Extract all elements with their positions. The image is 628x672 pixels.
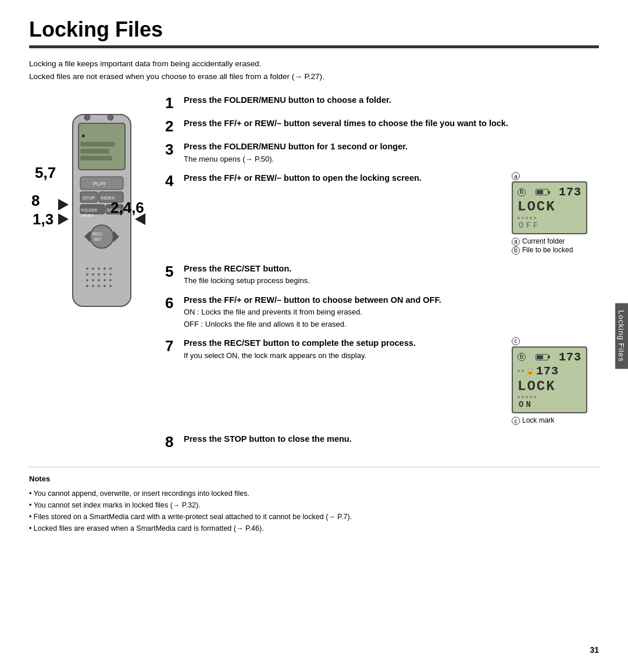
svg-point-29: [98, 273, 100, 276]
step-6-number: 6: [165, 294, 184, 310]
step-2: 2 Press the FF/+ or REW/– button several…: [165, 117, 599, 134]
svg-point-34: [98, 279, 100, 281]
lcd-number-off: 173: [559, 185, 581, 199]
side-tab: Locking Files: [615, 303, 628, 369]
title-underline: [29, 45, 599, 48]
note-item-4: Locked files are erased when a SmartMedi…: [29, 523, 599, 534]
arrow-label-246: 2,4,6: [110, 199, 144, 217]
lcd-top-row-on: b 173: [518, 351, 581, 364]
step-3-body: Press the FOLDER/MENU button for 1 secon…: [184, 141, 599, 165]
step-8-body: Press the STOP button to close the menu.: [184, 433, 599, 446]
on-text: ON : Locks the file and prevents it from…: [184, 308, 362, 316]
label-b-text: b File to be locked: [512, 246, 599, 255]
svg-text:●: ●: [81, 133, 85, 140]
step-4-body: Press the FF/+ or REW/– button to open t…: [184, 172, 504, 185]
step-4-number: 4: [165, 172, 184, 188]
step-4-area: 4 Press the FF/+ or REW/– button to open…: [165, 172, 599, 254]
svg-point-35: [104, 279, 106, 281]
lcd-number-on: 173: [559, 351, 581, 364]
svg-point-17: [90, 225, 113, 248]
label-a-circle-below: a: [512, 238, 520, 246]
step-1-body: Press the FOLDER/MENU button to choose a…: [184, 94, 599, 107]
step-7-body: Press the REC/SET button to complete the…: [184, 337, 504, 362]
svg-point-41: [109, 285, 112, 287]
arrow-left2: [58, 213, 69, 225]
svg-point-27: [86, 273, 88, 276]
dotted-separator: [29, 467, 599, 467]
svg-text:STOP: STOP: [83, 195, 95, 201]
svg-point-24: [98, 267, 100, 270]
display-on-diagram: c b 173: [512, 337, 599, 425]
svg-point-32: [86, 279, 88, 281]
lcd-on: b 173 🔒 173: [512, 346, 587, 413]
lock-mark-row: 🔒 173: [518, 364, 581, 378]
step-6-body: Press the FF/+ or REW/– button to choose…: [184, 294, 599, 330]
lcd-lock-text-on: LOCK: [518, 379, 581, 394]
step-1: 1 Press the FOLDER/MENU button to choose…: [165, 94, 599, 110]
svg-rect-3: [80, 142, 115, 146]
step-7-area: 7 Press the REC/SET button to complete t…: [165, 337, 599, 425]
svg-point-28: [92, 273, 94, 276]
note-item-3: Files stored on a SmartMedia card with a…: [29, 511, 599, 523]
svg-point-33: [92, 279, 94, 281]
step-2-body: Press the FF/+ or REW/– button several t…: [184, 117, 599, 130]
svg-text:PLAY: PLAY: [93, 181, 106, 187]
note-item-1: You cannot append, overwrite, or insert …: [29, 488, 599, 499]
arrow-label-13: 1,3: [33, 210, 53, 228]
svg-point-42: [84, 115, 90, 120]
step-8-number: 8: [165, 433, 184, 449]
step-1-number: 1: [165, 94, 184, 110]
notes-title: Notes: [29, 473, 599, 485]
svg-text:MENU: MENU: [81, 213, 94, 217]
step-3: 3 Press the FOLDER/MENU button for 1 sec…: [165, 141, 599, 165]
label-c-text: c Lock mark: [512, 416, 599, 425]
svg-point-22: [86, 267, 88, 270]
battery-fill-off: [537, 190, 543, 194]
step-5-number: 5: [165, 263, 184, 279]
step-5-body: Press the REC/SET button. The file locki…: [184, 263, 599, 287]
battery-cap-on: [548, 356, 550, 359]
svg-point-36: [109, 279, 112, 281]
svg-rect-5: [80, 156, 112, 160]
page-title: Locking Files: [29, 17, 599, 42]
lcd-status-on: ON: [518, 400, 581, 409]
svg-point-25: [104, 267, 106, 270]
svg-point-40: [104, 285, 106, 287]
battery-fill-on: [537, 355, 543, 359]
lcd-dots-on: [518, 396, 581, 398]
step-7-number: 7: [165, 337, 184, 353]
arrow-label-57: 5,7: [35, 164, 56, 182]
intro-text: Locking a file keeps important data from…: [29, 58, 599, 83]
steps-column: 1 Press the FOLDER/MENU button to choose…: [165, 94, 599, 456]
label-c-circle-below: c: [512, 417, 520, 425]
lcd-dots-off: [518, 217, 581, 219]
note-item-2: You cannot set index marks in locked fil…: [29, 499, 599, 511]
step-7-text-wrap: 7 Press the REC/SET button to complete t…: [165, 337, 504, 362]
notes-list: You cannot append, overwrite, or insert …: [29, 488, 599, 534]
label-c-row: c: [512, 337, 599, 345]
label-b-circle: b: [518, 188, 526, 196]
device-illustration: 5,7 2,4,6 1,3 8 ● PLAY STOP INDEX: [29, 94, 151, 456]
battery-icon-off: [536, 189, 548, 195]
label-a-text: a Current folder: [512, 237, 599, 246]
svg-point-30: [104, 273, 106, 276]
lcd-top-row-off: b 173: [518, 185, 581, 199]
label-a-row: a: [512, 172, 599, 180]
notes-section: Notes You cannot append, overwrite, or i…: [29, 473, 599, 534]
svg-point-26: [109, 267, 112, 270]
step-5: 5 Press the REC/SET button. The file loc…: [165, 263, 599, 287]
arrow-left: [58, 199, 69, 210]
svg-point-23: [92, 267, 94, 270]
lcd-number-on2: 173: [536, 364, 559, 378]
step-4-text-wrap: 4 Press the FF/+ or REW/– button to open…: [165, 172, 504, 188]
battery-icon-on: [536, 354, 548, 360]
step-3-number: 3: [165, 141, 184, 157]
svg-text:SET: SET: [94, 237, 102, 241]
lcd-lock-text-off: LOCK: [518, 199, 581, 215]
page-number: 31: [590, 645, 599, 655]
label-c-circle-top: c: [512, 337, 520, 345]
label-a-circle: a: [512, 172, 520, 180]
lcd-status-off: OFF: [518, 221, 581, 230]
svg-text:FOLDER: FOLDER: [81, 208, 97, 212]
display-on-label: c Lock mark: [512, 416, 599, 425]
